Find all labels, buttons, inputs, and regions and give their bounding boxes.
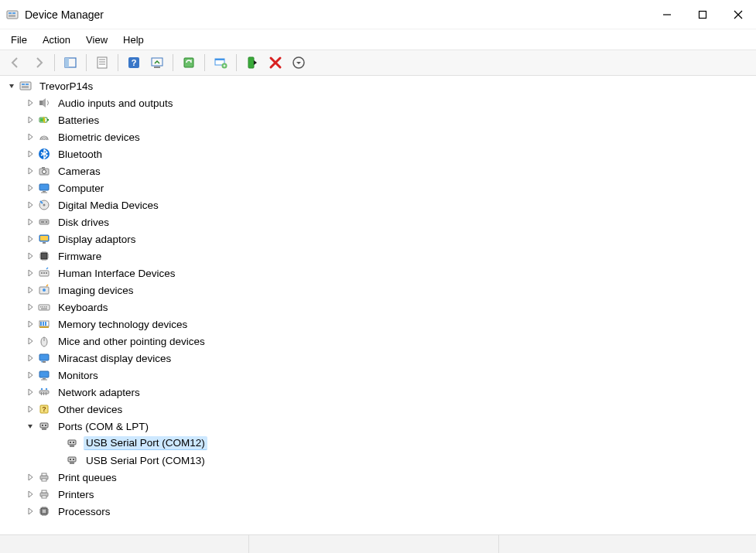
minimize-button[interactable]	[649, 0, 685, 29]
back-button[interactable]	[5, 52, 26, 73]
tree-category[interactable]: Miracast display devices	[6, 350, 756, 367]
menu-file[interactable]: File	[3, 32, 35, 48]
tree-category[interactable]: Biometric devices	[6, 128, 756, 145]
tree-category[interactable]: Audio inputs and outputs	[6, 94, 756, 111]
chevron-down-icon[interactable]	[25, 421, 36, 432]
chevron-right-icon[interactable]	[25, 166, 36, 176]
tree-node-label: Human Interface Devices	[56, 267, 178, 280]
tree-container: TrevorP14sAudio inputs and outputsBatter…	[0, 76, 756, 534]
media-icon	[37, 198, 51, 212]
chevron-right-icon[interactable]	[25, 183, 36, 193]
chevron-right-icon[interactable]	[25, 217, 36, 227]
svg-rect-80	[40, 423, 48, 428]
tree-category[interactable]: Imaging devices	[6, 282, 756, 299]
tree-category[interactable]: Digital Media Devices	[6, 196, 756, 213]
svg-point-76	[41, 388, 43, 390]
tree-category[interactable]: Firmware	[6, 247, 756, 265]
tree-device[interactable]: USB Serial Port (COM12)	[6, 435, 756, 452]
tree-category[interactable]: Keyboards	[6, 299, 756, 316]
tree-node-label: Other devices	[56, 403, 125, 416]
tree-device[interactable]: USB Serial Port (COM13)	[6, 452, 756, 469]
chevron-down-icon[interactable]	[6, 80, 17, 91]
chevron-right-icon[interactable]	[25, 97, 36, 108]
uninstall-device-button[interactable]	[265, 52, 286, 73]
status-bar	[0, 534, 756, 553]
forward-button[interactable]	[28, 52, 50, 73]
chevron-right-icon[interactable]	[25, 472, 36, 483]
update-driver-button[interactable]	[146, 52, 168, 73]
tree-root[interactable]: TrevorP14s	[6, 77, 756, 94]
tree-category[interactable]: Printers	[6, 486, 756, 503]
close-button[interactable]	[720, 0, 756, 29]
menu-action[interactable]: Action	[35, 32, 78, 48]
svg-point-77	[46, 388, 47, 390]
tree-node-label: TrevorP14s	[37, 80, 95, 93]
port-icon	[37, 419, 51, 433]
tree-category[interactable]: Ports (COM & LPT)	[6, 418, 756, 435]
chevron-right-icon[interactable]	[25, 336, 36, 346]
chevron-right-icon[interactable]	[25, 370, 36, 381]
tree-node-label: Processors	[56, 505, 113, 518]
tree-category[interactable]: Display adaptors	[6, 230, 756, 247]
properties-button[interactable]	[91, 52, 113, 73]
scan-hardware-button[interactable]	[178, 52, 200, 73]
enable-device-button[interactable]	[241, 52, 263, 73]
add-legacy-button[interactable]	[210, 52, 231, 73]
chevron-right-icon[interactable]	[25, 353, 36, 364]
tree-node-label: Firmware	[56, 250, 104, 263]
network-icon	[37, 385, 51, 399]
console-tree-button[interactable]	[60, 52, 81, 73]
tree-category[interactable]: Memory technology devices	[6, 316, 756, 333]
chevron-right-icon[interactable]	[25, 131, 36, 142]
svg-rect-94	[42, 479, 46, 481]
tree-category[interactable]: Bluetooth	[6, 145, 756, 162]
svg-rect-71	[41, 380, 47, 381]
tree-category[interactable]: Human Interface Devices	[6, 265, 756, 282]
tree-node-label: Memory technology devices	[56, 318, 190, 331]
chevron-right-icon[interactable]	[25, 319, 36, 329]
device-tree[interactable]: TrevorP14sAudio inputs and outputsBatter…	[0, 76, 756, 534]
svg-rect-46	[43, 242, 46, 244]
maximize-button[interactable]	[685, 0, 720, 29]
chevron-right-icon[interactable]	[25, 251, 36, 261]
tree-node-label: Printers	[56, 488, 97, 501]
svg-point-53	[43, 288, 46, 292]
svg-rect-96	[42, 490, 46, 493]
menu-view[interactable]: View	[78, 32, 115, 48]
tree-category[interactable]: Monitors	[6, 367, 756, 384]
svg-rect-89	[70, 459, 71, 460]
svg-rect-57	[44, 306, 46, 308]
svg-rect-91	[70, 462, 74, 464]
chevron-right-icon[interactable]	[25, 200, 36, 210]
tree-category[interactable]: Disk drives	[6, 213, 756, 230]
chevron-right-icon[interactable]	[25, 302, 36, 312]
menu-help[interactable]: Help	[115, 32, 152, 48]
chevron-right-icon[interactable]	[25, 404, 36, 415]
imaging-icon	[37, 283, 51, 297]
chevron-right-icon[interactable]	[25, 148, 36, 159]
chevron-right-icon[interactable]	[25, 285, 36, 295]
tree-category[interactable]: Print queues	[6, 469, 756, 486]
tree-category[interactable]: Batteries	[6, 111, 756, 128]
svg-rect-28	[39, 101, 43, 105]
tree-category[interactable]: ?Other devices	[6, 401, 756, 418]
action-circle-button[interactable]	[288, 52, 310, 73]
tree-category[interactable]: Cameras	[6, 162, 756, 179]
status-segment	[0, 535, 249, 553]
help-button[interactable]: ?	[123, 52, 145, 73]
svg-rect-5	[700, 11, 706, 18]
tree-category[interactable]: Mice and other pointing devices	[6, 333, 756, 350]
chevron-right-icon[interactable]	[25, 268, 36, 278]
svg-rect-61	[40, 322, 42, 326]
svg-point-42	[46, 221, 47, 223]
tree-category[interactable]: Processors	[6, 503, 756, 520]
chevron-right-icon[interactable]	[25, 234, 36, 244]
tree-category[interactable]: Network adapters	[6, 384, 756, 401]
svg-rect-70	[43, 378, 46, 380]
tree-category[interactable]: Computer	[6, 179, 756, 196]
chevron-right-icon[interactable]	[25, 489, 36, 500]
chevron-right-icon[interactable]	[25, 114, 36, 125]
chevron-right-icon[interactable]	[25, 387, 36, 398]
svg-rect-99	[43, 510, 46, 513]
chevron-right-icon[interactable]	[25, 506, 36, 517]
